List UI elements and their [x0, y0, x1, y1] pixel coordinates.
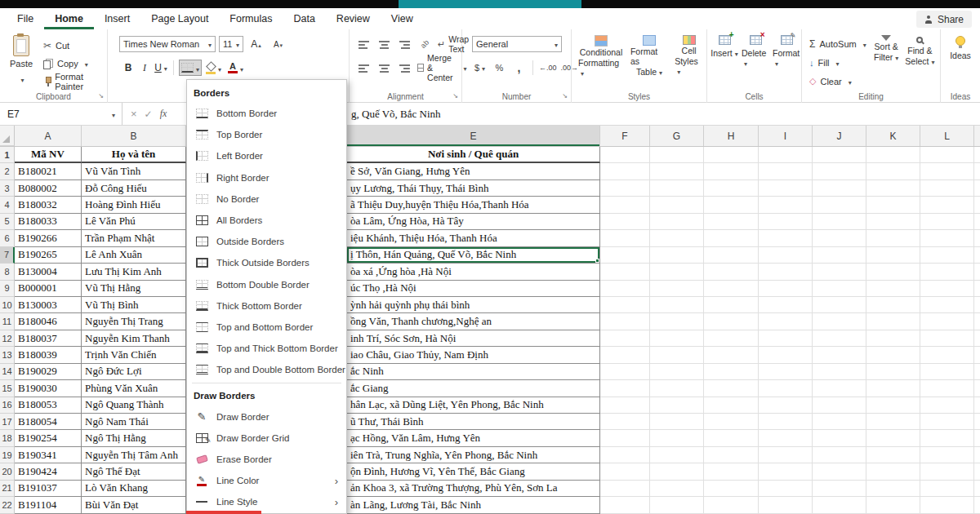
cell-employee-name[interactable]: Bùi Văn Đạt — [82, 497, 186, 513]
cell-empty[interactable] — [704, 364, 759, 380]
cell-origin[interactable]: iệu Khánh, Thiệu Hóa, Thanh Hóa — [347, 230, 600, 246]
cell-empty[interactable] — [974, 380, 980, 397]
cell-origin[interactable]: ề Sở, Văn Giang, Hưng Yên — [347, 163, 600, 179]
row-number[interactable]: 22 — [0, 497, 15, 513]
cell-empty[interactable] — [813, 380, 866, 397]
format-as-table-button[interactable]: Format as Table — [627, 33, 671, 81]
column-header-j[interactable]: J — [813, 126, 866, 146]
cell-empty[interactable] — [974, 147, 980, 163]
header-cell-origin[interactable]: Nơi sinh / Quê quán — [347, 147, 600, 163]
cell-empty[interactable] — [920, 364, 974, 380]
cell-empty[interactable] — [759, 347, 813, 363]
menu-item-no-border[interactable]: No Border — [187, 188, 346, 210]
cell-empty[interactable] — [974, 364, 980, 380]
tab-formulas[interactable]: Formulas — [219, 8, 283, 29]
cell-empty[interactable] — [650, 430, 704, 446]
cell-empty[interactable] — [974, 497, 980, 513]
cell-employee-id[interactable]: B180033 — [15, 214, 82, 230]
cell-employee-name[interactable]: Nguyễn Thị Tâm Anh — [82, 447, 186, 463]
cell-empty[interactable] — [600, 214, 650, 230]
cell-empty[interactable] — [704, 313, 759, 330]
ideas-button[interactable]: Ideas — [944, 36, 977, 60]
column-header-g[interactable]: G — [650, 126, 704, 146]
cell-employee-id[interactable]: B180039 — [15, 347, 82, 363]
cell-empty[interactable] — [974, 264, 980, 280]
cell-empty[interactable] — [650, 380, 704, 397]
menu-item-top-and-thick-bottom-border[interactable]: Top and Thick Bottom Border — [187, 338, 346, 359]
cell-empty[interactable] — [704, 430, 759, 446]
cell-origin[interactable]: úc Thọ ,Hà Nội — [347, 281, 600, 297]
row-number[interactable]: 9 — [0, 281, 15, 297]
cell-empty[interactable] — [920, 330, 974, 347]
cell-empty[interactable] — [704, 247, 759, 264]
cell-empty[interactable] — [600, 347, 650, 363]
cell-empty[interactable] — [974, 414, 980, 430]
cell-employee-name[interactable]: Nguyễn Thị Trang — [82, 313, 186, 330]
cell-employee-name[interactable]: Trần Phạm Nhật — [82, 230, 186, 246]
cell-employee-id[interactable]: B180054 — [15, 414, 82, 430]
font-color-button[interactable]: A — [225, 60, 246, 76]
cell-origin[interactable]: ộn Đình, Hương Vĩ, Yên Thế, Bắc Giang — [347, 463, 600, 480]
menu-item-line-style[interactable]: Line Style — [187, 491, 346, 512]
cell-origin[interactable]: inh Trí, Sóc Sơn, Hà Nội — [347, 330, 600, 347]
cell-empty[interactable] — [866, 180, 920, 197]
cell-empty[interactable] — [866, 214, 920, 230]
cell-empty[interactable] — [974, 397, 980, 414]
menu-item-right-border[interactable]: Right Border — [187, 167, 346, 188]
cell-empty[interactable] — [920, 214, 974, 230]
cell-empty[interactable] — [866, 297, 920, 313]
cell-empty[interactable] — [650, 264, 704, 280]
cell-empty[interactable] — [704, 163, 759, 179]
cell-empty[interactable] — [650, 397, 704, 414]
cell-empty[interactable] — [920, 481, 974, 497]
cell-empty[interactable] — [704, 447, 759, 463]
row-number[interactable]: 16 — [0, 397, 15, 414]
borders-button[interactable] — [179, 60, 202, 76]
cell-empty[interactable] — [974, 281, 980, 297]
cell-empty[interactable] — [813, 313, 866, 330]
orientation-button[interactable] — [416, 37, 434, 52]
menu-item-erase-border[interactable]: Erase Border — [187, 449, 346, 470]
grow-font-button[interactable]: A — [247, 37, 265, 52]
cell-employee-id[interactable]: B180021 — [15, 163, 82, 179]
column-header-i[interactable]: I — [759, 126, 813, 146]
cell-empty[interactable] — [650, 364, 704, 380]
tab-view[interactable]: View — [381, 8, 424, 29]
shrink-font-button[interactable]: A — [269, 37, 287, 52]
tab-page-layout[interactable]: Page Layout — [140, 8, 219, 29]
cell-origin[interactable]: hân Lạc, xã Dũng Liệt, Yên Phong, Bắc Ni… — [347, 397, 600, 414]
cell-origin[interactable]: ạc Hồng, Văn Lâm, Hưng Yên — [347, 430, 600, 446]
menu-item-left-border[interactable]: Left Border — [187, 145, 346, 166]
cell-empty[interactable] — [866, 497, 920, 513]
cell-empty[interactable] — [759, 447, 813, 463]
fill-color-button[interactable] — [203, 60, 224, 76]
bold-button[interactable]: B — [121, 60, 136, 76]
insert-cells-button[interactable]: Insert — [710, 35, 738, 68]
find-select-button[interactable]: Find & Select — [902, 33, 938, 69]
row-number[interactable]: 7 — [0, 247, 15, 264]
cell-employee-id[interactable]: B080002 — [15, 180, 82, 197]
cell-empty[interactable] — [650, 330, 704, 347]
cell-empty[interactable] — [974, 447, 980, 463]
cell-empty[interactable] — [650, 197, 704, 213]
cell-empty[interactable] — [600, 264, 650, 280]
header-cell-id[interactable]: Mã NV — [15, 147, 82, 163]
menu-item-bottom-border[interactable]: Bottom Border — [187, 103, 346, 124]
align-bottom-button[interactable] — [395, 37, 414, 52]
cell-empty[interactable] — [813, 347, 866, 363]
cell-empty[interactable] — [920, 281, 974, 297]
row-number[interactable]: 20 — [0, 463, 15, 480]
cell-empty[interactable] — [759, 180, 813, 197]
percent-style-button[interactable]: % — [490, 60, 509, 75]
name-box[interactable]: E7 — [0, 103, 122, 125]
cell-empty[interactable] — [866, 313, 920, 330]
cell-empty[interactable] — [759, 230, 813, 246]
cell-empty[interactable] — [920, 264, 974, 280]
cell-empty[interactable] — [866, 481, 920, 497]
cell-empty[interactable] — [974, 197, 980, 213]
cell-empty[interactable] — [866, 347, 920, 363]
cell-empty[interactable] — [866, 330, 920, 347]
cell-empty[interactable] — [866, 230, 920, 246]
cell-origin[interactable]: ản Khoa 3, xã Trường Thượng, Phù Yên, Sơ… — [347, 481, 600, 497]
row-number[interactable]: 13 — [0, 347, 15, 363]
